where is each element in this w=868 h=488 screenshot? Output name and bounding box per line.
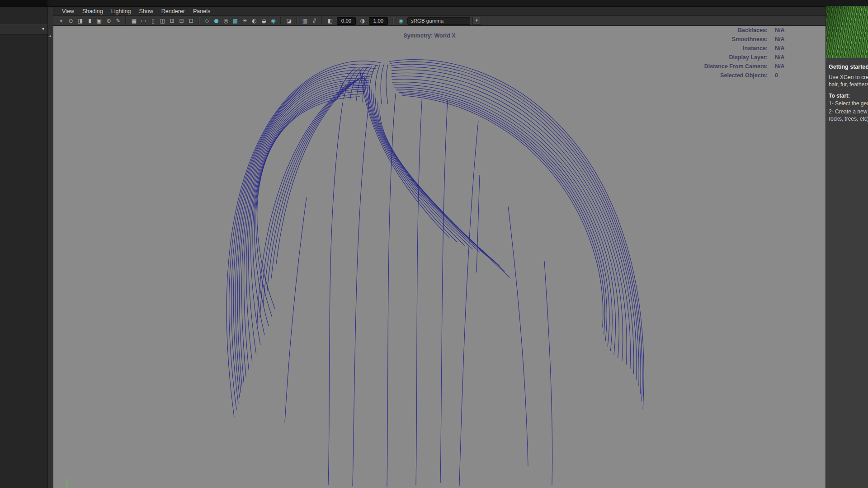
use-all-lights-icon[interactable]: ☀	[241, 17, 249, 25]
xgen-getting-started-panel: Getting started w Use XGen to creat hair…	[826, 6, 868, 488]
gate-mask-icon[interactable]: ◫	[158, 17, 167, 25]
xray-icon[interactable]: ▥	[301, 17, 309, 25]
xgen-subtitle: To start:	[829, 93, 866, 99]
toolbar-divider	[392, 17, 394, 24]
hair-guide-curves	[53, 26, 826, 488]
hud-value: N/A	[775, 63, 825, 72]
xray-joints-icon[interactable]: #	[310, 17, 319, 25]
gamma-field[interactable]: 1.00	[369, 17, 388, 25]
toolbar-divider	[280, 17, 282, 24]
hud-row-display-layer: Display Layer: N/A	[621, 54, 825, 63]
textured-icon[interactable]: ▩	[231, 17, 240, 25]
wireframe-icon[interactable]: ◇	[203, 17, 211, 25]
xgen-line: Use XGen to creat	[829, 74, 866, 81]
xgen-text: Getting started w Use XGen to creat hair…	[826, 58, 868, 122]
safe-action-icon[interactable]: ⊡	[177, 17, 186, 25]
wireframe-on-shaded-icon[interactable]: ◎	[222, 17, 230, 25]
hud-label: Distance From Camera:	[621, 63, 768, 72]
xgen-preview-image	[826, 6, 868, 58]
hud-row-smoothness: Smoothness: N/A	[621, 36, 825, 45]
select-camera-icon[interactable]: ⌖	[57, 17, 66, 25]
xgen-step: 1- Select the geom	[829, 100, 866, 107]
hud-value: N/A	[775, 36, 825, 45]
hud-label: Selected Objects:	[621, 72, 768, 81]
exposure-field[interactable]: 0.00	[337, 17, 356, 25]
view-transform-icon[interactable]: ◉	[396, 17, 405, 25]
hud-label: Smoothness:	[621, 36, 768, 45]
hud-label: Backfaces:	[621, 27, 768, 36]
toolbar-divider	[125, 17, 127, 24]
left-panel-header[interactable]: ▼	[0, 24, 47, 35]
xgen-title: Getting started w	[829, 64, 866, 70]
occlusion-icon[interactable]: ◒	[259, 17, 268, 25]
left-scrollbar[interactable]: ▲	[48, 7, 53, 488]
resolution-gate-icon[interactable]: ▯	[149, 17, 157, 25]
hud-value: N/A	[775, 45, 825, 54]
hud-label: Instance:	[621, 45, 768, 54]
toolbar-divider	[321, 17, 323, 24]
menu-lighting[interactable]: Lighting	[107, 7, 135, 16]
smooth-shade-icon[interactable]: ●	[212, 17, 221, 25]
view-axis-y	[66, 478, 67, 488]
isolate-select-icon[interactable]: ◪	[285, 17, 293, 25]
hud-value: N/A	[775, 27, 825, 36]
safe-title-icon[interactable]: ⊟	[187, 17, 195, 25]
menu-shading[interactable]: Shading	[78, 7, 107, 16]
menu-renderer[interactable]: Renderer	[157, 7, 189, 16]
bookmark-icon[interactable]: ▮	[85, 17, 94, 25]
xgen-step: rocks, trees, etc)	[829, 115, 866, 122]
left-panel[interactable]: ▼	[0, 7, 48, 488]
collapse-arrow-icon[interactable]: ▼	[41, 27, 45, 31]
camera-attributes-icon[interactable]: ◨	[76, 17, 85, 25]
hud-label: Display Layer:	[621, 54, 768, 63]
lock-camera-icon[interactable]: ⊙	[66, 17, 75, 25]
hud-row-distance: Distance From Camera: N/A	[621, 63, 825, 72]
image-plane-icon[interactable]: ▣	[95, 17, 104, 25]
heads-up-display: Backfaces: N/A Smoothness: N/A Instance:…	[621, 27, 825, 81]
symmetry-indicator: Symmetry: World X	[391, 33, 468, 39]
shadows-icon[interactable]: ◐	[250, 17, 259, 25]
hud-row-instance: Instance: N/A	[621, 45, 825, 54]
xgen-step: 2- Create a new X	[829, 108, 866, 115]
hud-value: N/A	[775, 54, 825, 63]
toolbar-divider	[198, 17, 200, 24]
menu-view[interactable]: View	[58, 7, 78, 16]
view-transform-select[interactable]: sRGB gamma	[407, 17, 470, 25]
panel-toolbar: ⌖ ⊙ ◨ ▮ ▣ ⊕ ✎ ▦ ▭ ▯ ◫ ⊞ ⊡ ⊟ ◇ ● ◎ ▩ ☀ ◐ …	[53, 16, 826, 26]
grease-pencil-icon[interactable]: ✎	[114, 17, 123, 25]
hud-row-backfaces: Backfaces: N/A	[621, 27, 825, 36]
field-chart-icon[interactable]: ⊞	[168, 17, 176, 25]
xgen-line: hair, fur, feathers,	[829, 81, 866, 88]
menu-panels[interactable]: Panels	[189, 7, 214, 16]
pan-zoom-icon[interactable]: ⊕	[104, 17, 113, 25]
menu-show[interactable]: Show	[135, 7, 157, 16]
gamma-icon[interactable]: ◑	[358, 17, 367, 25]
film-gate-icon[interactable]: ▭	[139, 17, 148, 25]
hud-row-selected-objects: Selected Objects: 0	[621, 72, 825, 81]
hud-value: 0	[775, 72, 825, 81]
grid-icon[interactable]: ▦	[130, 17, 138, 25]
anti-aliasing-icon[interactable]: ◉	[269, 17, 278, 25]
scroll-up-icon[interactable]: ▲	[48, 34, 52, 38]
top-left-corner	[0, 0, 47, 6]
viewport-canvas[interactable]: Symmetry: World X Backfaces: N/A Smoothn…	[53, 26, 826, 488]
view-transform-dropdown-arrow[interactable]: ▼	[472, 17, 481, 25]
exposure-icon[interactable]: ◧	[326, 17, 335, 25]
window-top-strip	[0, 0, 868, 7]
panel-menu-bar: View Shading Lighting Show Renderer Pane…	[53, 7, 826, 16]
toolbar-divider	[296, 17, 298, 24]
